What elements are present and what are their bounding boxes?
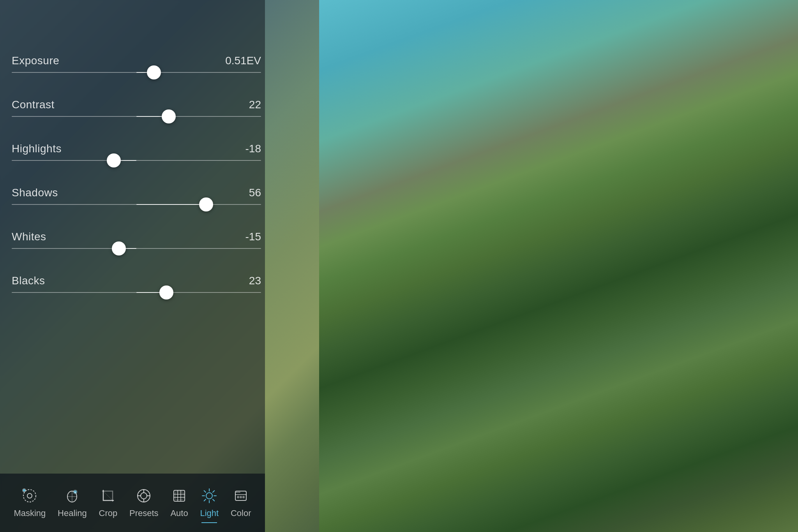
toolbar-label-light: Light [200, 508, 219, 518]
presets-icon [135, 487, 152, 504]
slider-value-exposure: 0.51EV [225, 55, 261, 67]
svg-point-12 [141, 493, 147, 499]
slider-track-shadows[interactable] [12, 204, 261, 205]
toolbar-item-presets[interactable]: Presets [124, 483, 164, 522]
slider-track-contrast[interactable] [12, 116, 261, 117]
slider-row-highlights: Highlights-18 [12, 143, 261, 161]
toolbar-item-masking[interactable]: Masking [8, 483, 51, 522]
background-right [319, 0, 798, 532]
toolbar-label-crop: Crop [99, 508, 118, 518]
slider-label-contrast: Contrast [12, 99, 55, 111]
light-icon [201, 487, 218, 504]
healing-icon: + [64, 487, 81, 504]
svg-line-27 [204, 499, 206, 501]
slider-row-blacks: Blacks23 [12, 275, 261, 293]
auto-icon [171, 487, 188, 504]
bottom-toolbar: Masking + Healing Crop Presets Auto Ligh… [0, 474, 265, 532]
color-icon [232, 487, 249, 504]
slider-row-exposure: Exposure0.51EV [12, 55, 261, 73]
slider-value-contrast: 22 [249, 99, 261, 111]
toolbar-item-color[interactable]: Color [225, 483, 257, 522]
svg-line-26 [213, 491, 214, 492]
svg-point-1 [27, 493, 32, 498]
toolbar-label-healing: Healing [58, 508, 87, 518]
toolbar-item-light[interactable]: Light [194, 483, 224, 522]
svg-rect-14 [175, 492, 183, 500]
slider-thumb-contrast[interactable] [162, 109, 176, 123]
slider-track-highlights[interactable] [12, 160, 261, 161]
toolbar-label-color: Color [231, 508, 251, 518]
svg-line-24 [204, 491, 206, 492]
toolbar-item-auto[interactable]: Auto [164, 483, 194, 522]
toolbar-item-healing[interactable]: + Healing [52, 483, 93, 522]
slider-row-shadows: Shadows56 [12, 187, 261, 205]
sliders-panel: Exposure0.51EVContrast22Highlights-18Sha… [12, 55, 261, 319]
slider-row-whites: Whites-15 [12, 231, 261, 249]
svg-point-32 [242, 496, 245, 499]
slider-thumb-blacks[interactable] [159, 285, 173, 299]
slider-value-shadows: 56 [249, 187, 261, 199]
slider-value-highlights: -18 [245, 143, 261, 155]
slider-thumb-exposure[interactable] [147, 65, 161, 79]
toolbar-label-masking: Masking [14, 508, 46, 518]
slider-label-exposure: Exposure [12, 55, 59, 67]
slider-label-whites: Whites [12, 231, 46, 243]
crop-icon [99, 487, 117, 504]
slider-track-exposure[interactable] [12, 72, 261, 73]
svg-point-31 [240, 496, 242, 499]
slider-value-blacks: 23 [249, 275, 261, 287]
slider-label-blacks: Blacks [12, 275, 45, 287]
svg-point-19 [206, 493, 212, 499]
slider-value-whites: -15 [245, 231, 261, 243]
masking-icon [21, 487, 38, 504]
svg-line-25 [213, 499, 214, 501]
svg-point-3 [23, 489, 25, 491]
slider-track-whites[interactable] [12, 248, 261, 249]
slider-track-bg-highlights [12, 160, 261, 161]
svg-text:+: + [74, 491, 76, 494]
slider-row-contrast: Contrast22 [12, 99, 261, 117]
slider-track-blacks[interactable] [12, 292, 261, 293]
slider-label-shadows: Shadows [12, 187, 58, 199]
toolbar-label-auto: Auto [170, 508, 188, 518]
slider-thumb-whites[interactable] [112, 241, 126, 255]
svg-line-10 [103, 491, 113, 500]
slider-thumb-shadows[interactable] [199, 197, 213, 211]
toolbar-label-presets: Presets [129, 508, 159, 518]
slider-label-highlights: Highlights [12, 143, 62, 155]
slider-thumb-highlights[interactable] [107, 153, 121, 167]
slider-track-bg-whites [12, 248, 261, 249]
slider-fill-shadows [136, 204, 206, 205]
toolbar-item-crop[interactable]: Crop [93, 483, 124, 522]
svg-point-30 [237, 496, 239, 499]
